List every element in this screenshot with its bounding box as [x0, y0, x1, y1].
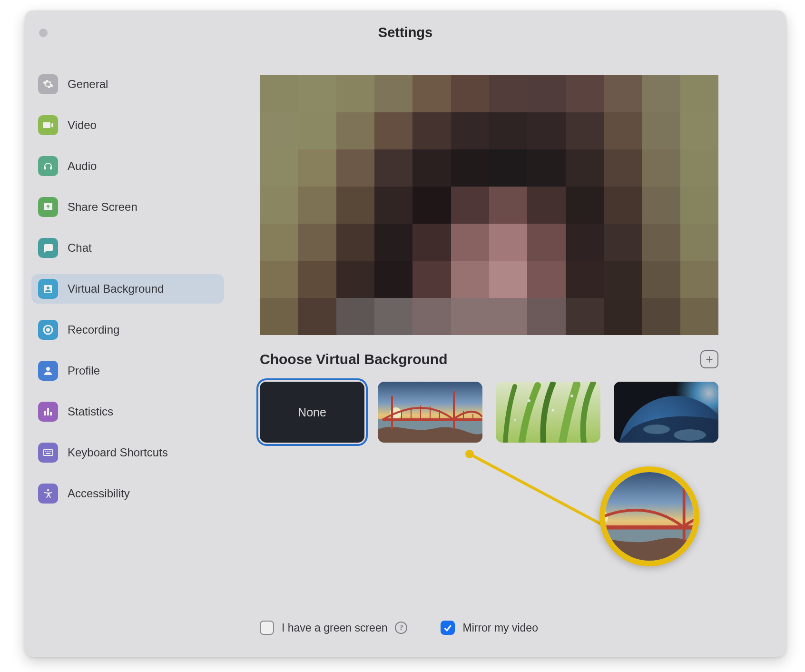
svg-point-2 — [46, 367, 50, 371]
sidebar-item-chat[interactable]: Chat — [31, 233, 224, 263]
sidebar-item-label: Chat — [68, 241, 92, 255]
sidebar-item-label: Virtual Background — [68, 282, 164, 296]
sidebar-item-statistics[interactable]: Statistics — [31, 397, 224, 426]
options-row: I have a green screen ? Mirror my video — [260, 621, 538, 635]
svg-point-21 — [528, 399, 530, 402]
video-preview — [260, 75, 718, 335]
svg-rect-5 — [47, 451, 48, 452]
background-option-label: None — [298, 405, 326, 419]
gear-icon — [38, 74, 58, 94]
sidebar-item-label: Keyboard Shortcuts — [68, 446, 168, 459]
sidebar-item-recording[interactable]: Recording — [31, 315, 224, 345]
background-option-earth[interactable] — [614, 382, 718, 443]
background-option-bridge[interactable] — [378, 382, 482, 443]
svg-rect-8 — [46, 453, 50, 454]
annotation-anchor-dot — [465, 450, 474, 458]
recording-icon — [38, 320, 58, 340]
svg-point-22 — [552, 409, 554, 412]
svg-rect-3 — [43, 450, 53, 455]
sidebar-item-label: Video — [68, 119, 97, 132]
accessibility-icon — [38, 484, 58, 504]
svg-point-32 — [605, 509, 608, 526]
section-title: Choose Virtual Background — [260, 351, 448, 367]
statistics-icon — [38, 402, 58, 422]
sidebar-item-audio[interactable]: Audio — [31, 151, 224, 181]
settings-window: Settings General Video — [25, 10, 786, 657]
settings-sidebar: General Video Audio — [25, 55, 231, 657]
window-title: Settings — [378, 25, 432, 40]
sidebar-item-label: General — [68, 78, 108, 91]
keyboard-icon — [38, 443, 58, 463]
green-screen-checkbox[interactable] — [260, 621, 274, 635]
svg-rect-6 — [49, 451, 49, 452]
svg-point-28 — [643, 425, 670, 434]
share-screen-icon — [38, 197, 58, 217]
headphones-icon — [38, 156, 58, 176]
sidebar-item-label: Recording — [68, 323, 119, 336]
svg-point-24 — [514, 419, 516, 421]
mirror-video-checkbox[interactable] — [441, 621, 455, 635]
annotation-magnified-thumbnail — [599, 466, 699, 566]
sidebar-item-profile[interactable]: Profile — [31, 356, 224, 385]
background-option-grass[interactable] — [496, 382, 600, 443]
sidebar-item-keyboard-shortcuts[interactable]: Keyboard Shortcuts — [31, 438, 224, 467]
window-close-dot[interactable] — [39, 29, 48, 37]
sidebar-item-share-screen[interactable]: Share Screen — [31, 192, 224, 222]
check-icon — [443, 623, 452, 632]
titlebar: Settings — [25, 10, 786, 55]
svg-rect-7 — [50, 451, 51, 452]
video-icon — [38, 115, 58, 135]
svg-rect-33 — [605, 526, 694, 561]
virtual-bg-icon — [38, 279, 58, 299]
svg-line-30 — [470, 454, 622, 535]
sidebar-item-label: Audio — [68, 159, 97, 173]
add-background-button[interactable] — [700, 350, 718, 368]
chat-icon — [38, 238, 58, 258]
sidebar-item-video[interactable]: Video — [31, 110, 224, 140]
annotation-connector-line — [465, 450, 632, 545]
background-option-none[interactable]: None — [260, 382, 364, 443]
settings-main-panel: Choose Virtual Background None — [231, 55, 786, 657]
sidebar-item-accessibility[interactable]: Accessibility — [31, 479, 224, 508]
sidebar-item-general[interactable]: General — [31, 69, 224, 99]
profile-icon — [38, 361, 58, 381]
green-screen-label: I have a green screen — [282, 622, 387, 634]
green-screen-help-icon[interactable]: ? — [395, 622, 407, 634]
svg-point-9 — [47, 489, 49, 491]
svg-rect-31 — [605, 472, 694, 561]
svg-point-29 — [674, 429, 706, 441]
sidebar-item-label: Profile — [68, 364, 100, 377]
svg-point-23 — [570, 395, 573, 397]
sidebar-item-label: Statistics — [68, 405, 113, 418]
sidebar-item-label: Accessibility — [68, 487, 130, 500]
sidebar-item-label: Share Screen — [68, 200, 137, 214]
svg-point-1 — [46, 328, 50, 332]
sidebar-item-virtual-background[interactable]: Virtual Background — [31, 274, 224, 304]
background-thumbnails: None — [260, 382, 757, 443]
svg-rect-4 — [45, 451, 46, 452]
plus-icon — [704, 354, 715, 365]
mirror-video-label: Mirror my video — [462, 622, 538, 634]
